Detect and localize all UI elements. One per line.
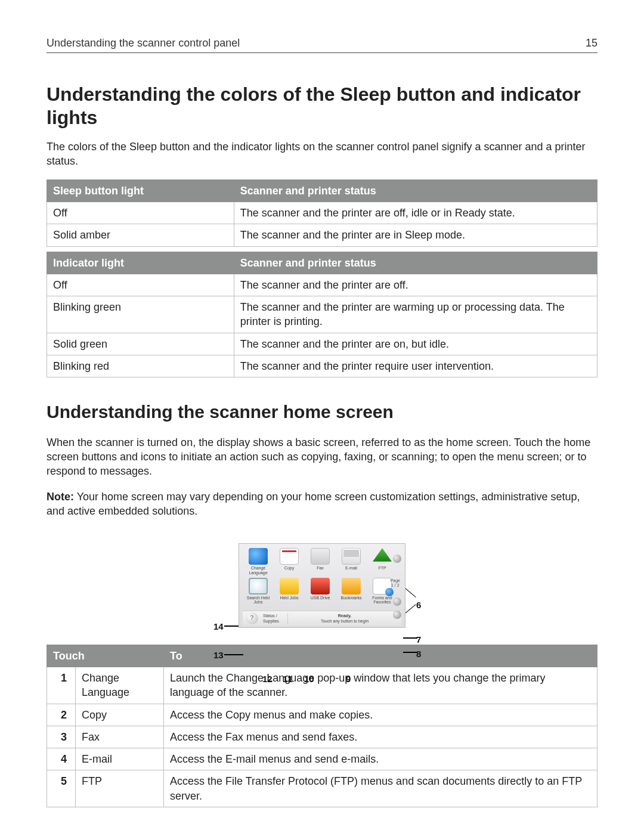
section-heading-1: Understanding the colors of the Sleep bu… (47, 83, 597, 129)
ftp-icon (373, 548, 392, 565)
status-supplies-button[interactable]: Status / Supplies (261, 613, 288, 624)
leader-line (403, 637, 417, 638)
callout-13: 13 (213, 649, 224, 661)
page-number: 15 (586, 36, 597, 50)
th-status2: Scanner and printer status (234, 252, 597, 274)
page-indicator: Page 1 / 2 (391, 578, 400, 587)
table-row: 5 FTP Access the File Transfer Protocol … (47, 770, 597, 807)
table-row: 3 Fax Access the Fax menus and send faxe… (47, 726, 597, 748)
table-row: Solid amber The scanner and the printer … (47, 224, 597, 246)
table-row: 2 Copy Access the Copy menus and make co… (47, 704, 597, 726)
table-row: 1 Change Language Launch the Change Lang… (47, 667, 597, 704)
indicator-light-table: Indicator light Scanner and printer stat… (47, 252, 597, 378)
app-bookmarks[interactable]: Bookmarks (336, 577, 367, 605)
home-screen-mockup: Change Language Copy Fax E-mail FTP Sear… (239, 543, 405, 627)
app-change-language[interactable]: Change Language (243, 547, 274, 575)
leader-line (403, 652, 417, 652)
running-header: Understanding the scanner control panel … (47, 36, 597, 53)
email-icon (342, 548, 361, 565)
callout-11: 11 (283, 673, 293, 685)
section-heading-2: Understanding the scanner home screen (47, 400, 597, 425)
intro-paragraph-2: When the scanner is turned on, the displ… (47, 435, 597, 479)
callout-12: 12 (262, 673, 273, 685)
callout-10: 10 (304, 673, 314, 685)
app-email[interactable]: E-mail (336, 547, 367, 575)
globe-icon (249, 548, 268, 565)
note-text: Your home screen may vary depending on y… (47, 491, 580, 517)
app-copy[interactable]: Copy (274, 547, 305, 575)
th-touch: Touch (47, 645, 164, 667)
callout-7: 7 (416, 634, 421, 646)
th-indicator: Indicator light (47, 252, 234, 274)
folder-icon (280, 578, 299, 594)
fax-icon (311, 548, 330, 565)
intro-paragraph-1: The colors of the Sleep button and the i… (47, 140, 597, 169)
table-row: Blinking redThe scanner and the printer … (47, 355, 597, 377)
sleep-button-table: Sleep button light Scanner and printer s… (47, 179, 597, 247)
note-paragraph: Note: Your home screen may vary dependin… (47, 490, 597, 519)
copy-icon (280, 548, 299, 565)
th-sleep: Sleep button light (47, 179, 234, 202)
callout-8: 8 (416, 648, 421, 660)
app-usb-drive[interactable]: USB Drive (305, 577, 336, 605)
th-to: To (164, 645, 597, 667)
home-screen-figure: 1 2 3 4 5 6 7 8 9 10 11 12 13 14 Change … (215, 543, 429, 627)
callout-14: 14 (213, 621, 224, 633)
app-search-held[interactable]: Search Held Jobs (243, 577, 274, 605)
table-row: 4 E-mail Access the E-mail menus and sen… (47, 748, 597, 770)
callout-6: 6 (416, 599, 421, 611)
status-bar: Status / Supplies Ready. Touch any butto… (243, 611, 401, 626)
app-ftp[interactable]: FTP (367, 547, 398, 575)
app-fax[interactable]: Fax (305, 547, 336, 575)
bookmark-icon (342, 578, 361, 594)
tips-icon[interactable] (246, 612, 258, 624)
callout-9: 9 (346, 673, 351, 685)
note-label: Note: (47, 491, 74, 503)
leader-line (224, 654, 243, 655)
table-row: Solid greenThe scanner and the printer a… (47, 333, 597, 355)
table-row: OffThe scanner and the printer are off. (47, 274, 597, 296)
table-row: Blinking greenThe scanner and the printe… (47, 296, 597, 333)
touch-table: Touch To 1 Change Language Launch the Ch… (47, 645, 597, 807)
search-icon (249, 578, 268, 594)
app-held-jobs[interactable]: Held Jobs (274, 577, 305, 605)
table-row: Off The scanner and the printer are off,… (47, 202, 597, 224)
section-name: Understanding the scanner control panel (47, 36, 240, 50)
th-status: Scanner and printer status (234, 179, 597, 202)
usb-icon (311, 578, 330, 594)
forms-icon (373, 578, 392, 594)
status-message-bar[interactable]: Ready. Touch any button to begin (288, 613, 401, 624)
